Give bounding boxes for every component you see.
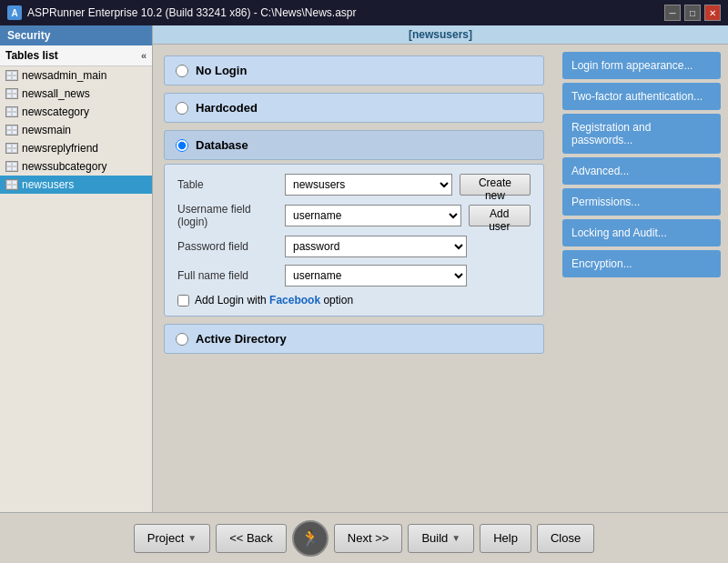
table-select[interactable]: newsusers <box>285 174 452 196</box>
sidebar-item-newsusers[interactable]: newsusers <box>0 176 152 194</box>
sidebar-item-newsmain[interactable]: newsmain <box>0 121 152 139</box>
facebook-suffix: option <box>323 294 353 307</box>
permissions-button[interactable]: Permissions... <box>562 188 721 216</box>
database-label: Database <box>196 138 248 152</box>
center-tab: [newsusers] <box>153 25 728 45</box>
sidebar-item-newsadmin_main[interactable]: newsadmin_main <box>0 66 152 85</box>
sidebar-section-header: Security <box>0 25 152 45</box>
database-option[interactable]: Database <box>164 130 544 160</box>
sidebar-item-newssubcategory[interactable]: newssubcategory <box>0 157 152 176</box>
hardcoded-option[interactable]: Hardcoded <box>164 93 544 123</box>
app-icon: A <box>7 5 22 20</box>
project-arrow-icon: ▼ <box>187 533 197 543</box>
sidebar-item-newsreplyfriend[interactable]: newsreplyfriend <box>0 139 152 157</box>
project-button[interactable]: Project ▼ <box>134 524 210 553</box>
username-row-container: Username field (login) username Add user <box>177 203 531 228</box>
next-button[interactable]: Next >> <box>334 524 403 553</box>
fullname-field-label: Full name field <box>177 269 278 282</box>
table-icon <box>5 143 18 154</box>
maximize-button[interactable]: □ <box>684 5 701 21</box>
locking-audit-button[interactable]: Locking and Audit... <box>562 219 721 246</box>
table-icon <box>5 179 18 190</box>
database-radio[interactable] <box>176 139 188 152</box>
main-panel: No Login Hardcoded Database Table <box>153 45 555 512</box>
facebook-label: Add Login with Facebook option <box>195 294 353 307</box>
run-icon: 🏃 <box>300 528 320 548</box>
facebook-checkbox[interactable] <box>177 295 189 307</box>
build-label: Build <box>421 531 448 545</box>
table-icon <box>5 161 18 172</box>
right-panel: Login form appearance... Two-factor auth… <box>555 45 728 512</box>
title-bar: A ASPRunner Enterprise 10.2 (Build 33241… <box>0 0 728 25</box>
password-row-container: Password field password <box>177 236 531 257</box>
main-layout: Security Tables list « newsadmin_main ne… <box>0 25 728 512</box>
content-inner: No Login Hardcoded Database Table <box>153 45 728 512</box>
password-field-label: Password field <box>177 240 278 253</box>
create-new-button[interactable]: Create new <box>460 174 531 196</box>
username-select[interactable]: username <box>285 205 461 226</box>
no-login-radio[interactable] <box>176 65 188 77</box>
table-icon <box>5 106 18 117</box>
tables-collapse-button[interactable]: « <box>141 50 147 61</box>
help-button[interactable]: Help <box>480 524 531 553</box>
add-user-button[interactable]: Add user <box>469 205 531 226</box>
fullname-row-container: Full name field username <box>177 265 531 287</box>
project-label: Project <box>147 531 184 545</box>
tables-list-header: Tables list « <box>0 45 152 66</box>
table-icon <box>5 88 18 99</box>
bottom-bar: Project ▼ << Back 🏃 Next >> Build ▼ Help… <box>0 512 728 563</box>
sidebar-item-label: newsadmin_main <box>22 69 106 82</box>
build-arrow-icon: ▼ <box>451 533 460 543</box>
back-button[interactable]: << Back <box>216 524 287 553</box>
username-field-label: Username field (login) <box>177 203 278 228</box>
advanced-button[interactable]: Advanced... <box>562 157 721 185</box>
minimize-button[interactable]: ─ <box>664 5 681 21</box>
two-factor-auth-button[interactable]: Two-factor authentication... <box>562 83 721 110</box>
tables-list-label: Tables list <box>5 49 58 62</box>
table-icon <box>5 125 18 136</box>
run-button[interactable]: 🏃 <box>292 520 329 557</box>
content-area: [newsusers] No Login Hardcoded Database <box>153 25 728 512</box>
sidebar: Security Tables list « newsadmin_main ne… <box>0 25 153 512</box>
sidebar-item-label: newscategory <box>22 106 89 118</box>
close-window-button[interactable]: ✕ <box>704 5 721 21</box>
title-bar-left: A ASPRunner Enterprise 10.2 (Build 33241… <box>7 5 357 20</box>
sidebar-section-label: Security <box>7 29 50 42</box>
active-directory-option[interactable]: Active Directory <box>164 324 544 354</box>
facebook-prefix: Add Login with <box>195 294 267 307</box>
password-select[interactable]: password <box>285 236 467 257</box>
table-row-container: Table newsusers Create new <box>177 174 531 196</box>
title-bar-text: ASPRunner Enterprise 10.2 (Build 33241 x… <box>27 6 357 19</box>
tab-label: [newsusers] <box>409 28 472 41</box>
title-bar-controls: ─ □ ✕ <box>664 5 721 21</box>
hardcoded-label: Hardcoded <box>196 101 258 115</box>
no-login-label: No Login <box>196 64 247 77</box>
fullname-select[interactable]: username <box>285 265 467 287</box>
active-directory-label: Active Directory <box>196 332 287 346</box>
sidebar-item-newscategory[interactable]: newscategory <box>0 103 152 121</box>
sidebar-item-label: newsusers <box>22 178 74 191</box>
table-field-label: Table <box>177 178 278 191</box>
sidebar-item-newsall_news[interactable]: newsall_news <box>0 85 152 103</box>
facebook-brand: Facebook <box>269 294 320 307</box>
sidebar-item-label: newsreplyfriend <box>22 142 98 155</box>
registration-passwords-button[interactable]: Registration and passwords... <box>562 114 721 154</box>
build-button[interactable]: Build ▼ <box>408 524 474 553</box>
no-login-option[interactable]: No Login <box>164 55 544 85</box>
table-icon <box>5 70 18 81</box>
sidebar-item-label: newsall_news <box>22 87 90 100</box>
active-directory-radio[interactable] <box>176 333 188 346</box>
facebook-row: Add Login with Facebook option <box>177 294 531 307</box>
database-panel: Table newsusers Create new Username fiel… <box>164 164 544 317</box>
sidebar-item-label: newsmain <box>22 124 71 136</box>
encryption-button[interactable]: Encryption... <box>562 250 721 277</box>
close-button[interactable]: Close <box>537 524 594 553</box>
login-form-appearance-button[interactable]: Login form appearance... <box>562 52 721 79</box>
sidebar-item-label: newssubcategory <box>22 160 106 173</box>
hardcoded-radio[interactable] <box>176 102 188 115</box>
